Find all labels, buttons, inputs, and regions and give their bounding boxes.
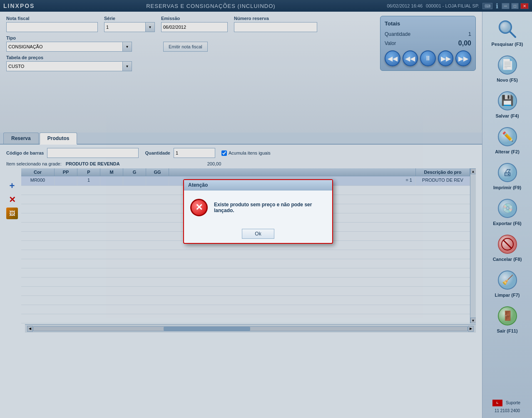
dialog-footer: Ok bbox=[184, 225, 332, 243]
dialog-title-bar: Atenção bbox=[184, 180, 332, 190]
error-icon: ✕ bbox=[190, 199, 208, 216]
dialog-overlay: Atenção ✕ Existe produto sem preço e não… bbox=[0, 0, 532, 418]
atencao-dialog: Atenção ✕ Existe produto sem preço e não… bbox=[183, 179, 333, 244]
dialog-body: ✕ Existe produto sem preço e não pode se… bbox=[184, 190, 332, 225]
dialog-ok-button[interactable]: Ok bbox=[242, 229, 274, 239]
dialog-message: Existe produto sem preço e não pode ser … bbox=[214, 202, 326, 213]
dialog-title: Atenção bbox=[188, 182, 208, 188]
